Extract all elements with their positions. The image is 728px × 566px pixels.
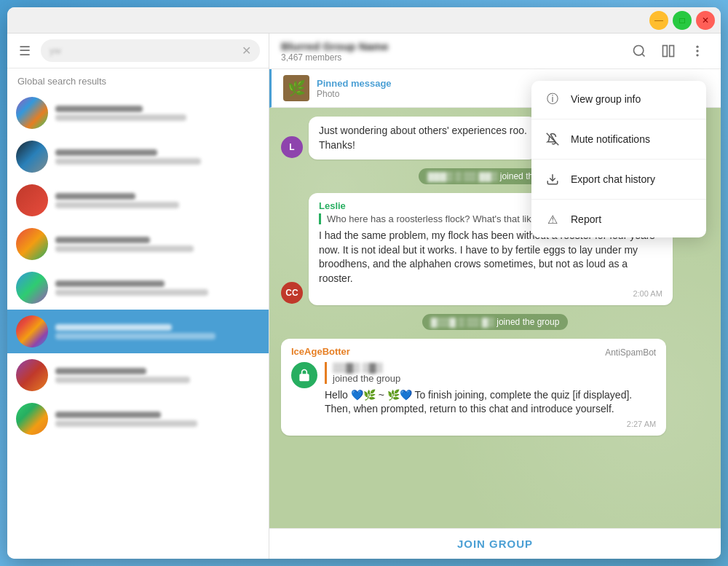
- contact-preview: [55, 202, 179, 208]
- contact-name: [55, 324, 172, 331]
- mute-icon: [545, 131, 561, 147]
- avatar: [16, 184, 48, 216]
- chat-title-area: Blurred Group Name 3,467 members: [281, 40, 619, 63]
- avatar: [16, 97, 48, 129]
- menu-item-view-group-info[interactable]: ⓘ View group info: [531, 81, 706, 117]
- svg-point-5: [696, 54, 698, 56]
- contact-preview: [55, 245, 194, 252]
- avatar: L: [281, 136, 303, 158]
- chat-title: Blurred Group Name: [281, 40, 619, 52]
- system-text: ▓▒▒▓ ▒ ▒▒ ▓▒: [431, 317, 494, 327]
- menu-separator: [531, 199, 706, 200]
- search-results-label: Global search results: [7, 68, 269, 91]
- contact-info: [55, 106, 260, 121]
- main-layout: ☰ yw ✕ Global search results: [7, 34, 721, 559]
- message-bubble: IceAgeBotter AntiSpamBot ▒▒▓▒ ▒▓▒ joined…: [281, 339, 666, 436]
- columns-icon: [661, 44, 676, 58]
- list-item[interactable]: [7, 266, 269, 310]
- title-bar: — □ ✕: [7, 7, 721, 34]
- menu-item-label: Mute notifications: [571, 133, 650, 145]
- svg-rect-1: [663, 46, 668, 57]
- contact-info: [55, 193, 260, 208]
- contact-preview: [55, 289, 208, 296]
- columns-view-button[interactable]: [657, 39, 680, 63]
- avatar: [291, 362, 317, 388]
- contact-preview: [55, 114, 186, 121]
- list-item[interactable]: [7, 397, 269, 441]
- contact-name: [55, 368, 146, 374]
- bot-avatar-icon: [297, 368, 312, 382]
- quote-blurred: ▒▒▓▒ ▒▓▒: [333, 362, 383, 373]
- menu-item-report[interactable]: ⚠ Report: [531, 201, 706, 237]
- contact-preview: [55, 158, 201, 165]
- list-item-active[interactable]: [7, 310, 269, 353]
- contact-name: [55, 149, 157, 156]
- more-options-button[interactable]: [686, 39, 709, 63]
- message-text: Hello 💙🌿 ~ 🌿💙 To finish joining, complet…: [325, 388, 656, 417]
- header-actions: [628, 39, 709, 63]
- list-item[interactable]: [7, 135, 269, 178]
- avatar: [16, 141, 48, 173]
- join-group-button[interactable]: JOIN GROUP: [457, 538, 533, 550]
- search-button[interactable]: [628, 39, 651, 63]
- menu-item-label: Report: [571, 213, 601, 225]
- menu-item-mute-notifications[interactable]: Mute notifications: [531, 121, 706, 157]
- bot-quote: ▒▒▓▒ ▒▓▒ joined the group: [325, 362, 656, 384]
- search-bar[interactable]: yw ✕: [41, 39, 260, 62]
- avatar: CC: [281, 282, 303, 304]
- hamburger-menu-button[interactable]: ☰: [16, 40, 33, 62]
- menu-separator: [531, 159, 706, 160]
- avatar: [16, 228, 48, 260]
- export-icon: [545, 171, 561, 187]
- report-icon: ⚠: [545, 211, 561, 227]
- list-item[interactable]: [7, 222, 269, 266]
- contact-info: [55, 280, 260, 296]
- svg-point-4: [696, 50, 698, 52]
- search-icon: [632, 44, 646, 58]
- hamburger-icon: ☰: [19, 44, 31, 58]
- message-time: 2:00 AM: [319, 289, 662, 298]
- contact-name: [55, 237, 150, 243]
- avatar: [16, 359, 48, 391]
- list-item[interactable]: [7, 178, 269, 222]
- svg-point-0: [634, 46, 644, 55]
- pinned-title: Pinned message: [317, 78, 392, 89]
- message-sender: IceAgeBotter: [291, 346, 350, 357]
- close-button[interactable]: ✕: [696, 11, 715, 30]
- info-icon: ⓘ: [545, 91, 561, 107]
- system-text: ▓▓▓▒ ▒ ▒▒ ▓▓▒: [427, 171, 497, 181]
- menu-item-label: View group info: [571, 93, 641, 105]
- svg-rect-2: [670, 46, 674, 57]
- minimize-button[interactable]: —: [649, 11, 668, 30]
- more-icon: [690, 44, 705, 58]
- contact-info: [55, 368, 260, 383]
- contact-name: [55, 280, 165, 287]
- menu-item-export-chat-history[interactable]: Export chat history: [531, 161, 706, 197]
- menu-separator: [531, 119, 706, 119]
- contact-info: [55, 412, 260, 427]
- pinned-subtitle: Photo: [317, 89, 392, 99]
- contact-preview: [55, 420, 197, 427]
- system-message: ▓▒▒▓ ▒ ▒▒ ▓▒ joined the group: [281, 314, 709, 330]
- pinned-thumbnail: 🌿: [283, 75, 309, 101]
- app-window: — □ ✕ ☰ yw ✕ Global search results: [7, 7, 721, 559]
- contact-preview: [55, 333, 215, 339]
- context-menu: ⓘ View group info Mute notifications: [531, 81, 706, 237]
- list-item[interactable]: [7, 91, 269, 135]
- chat-subtitle: 3,467 members: [281, 52, 619, 63]
- system-badge: ▓▒▒▓ ▒ ▒▒ ▓▒ joined the group: [422, 314, 569, 330]
- message-text: Just wondering about others' experiences…: [319, 124, 527, 152]
- contact-info: [55, 324, 260, 339]
- contact-preview: [55, 377, 190, 383]
- list-item[interactable]: [7, 353, 269, 397]
- svg-point-3: [696, 46, 698, 48]
- quote-text: joined the group: [333, 373, 400, 384]
- maximize-button[interactable]: □: [673, 11, 692, 30]
- system-joined: joined the group: [496, 317, 559, 327]
- clear-search-button[interactable]: ✕: [242, 44, 251, 58]
- avatar: [16, 272, 48, 304]
- avatar: [16, 403, 48, 435]
- sidebar-header: ☰ yw ✕: [7, 34, 269, 68]
- avatar: [16, 315, 48, 347]
- menu-item-label: Export chat history: [571, 173, 655, 185]
